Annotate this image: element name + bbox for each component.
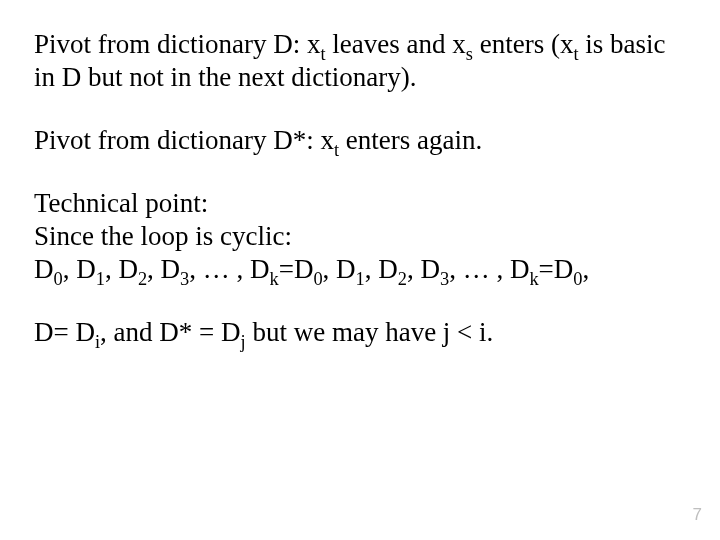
- text: ,: [583, 254, 590, 284]
- text: , D: [147, 254, 180, 284]
- subscript: 2: [398, 269, 407, 289]
- text: , D: [63, 254, 96, 284]
- subscript: 1: [96, 269, 105, 289]
- paragraph-pivot-d: Pivot from dictionary D: xt leaves and x…: [34, 28, 686, 94]
- text: =D: [539, 254, 574, 284]
- slide-body: Pivot from dictionary D: xt leaves and x…: [0, 0, 720, 540]
- subscript-j: j: [241, 332, 246, 352]
- page-number: 7: [693, 505, 702, 526]
- subscript-t: t: [334, 140, 339, 160]
- text: , … , D: [449, 254, 529, 284]
- subscript: k: [529, 269, 538, 289]
- paragraph-d-di: D= Di, and D* = Dj but we may have j < i…: [34, 316, 686, 349]
- subscript-i: i: [95, 332, 100, 352]
- text: D= D: [34, 317, 95, 347]
- text: , … , D: [189, 254, 269, 284]
- text: , D: [407, 254, 440, 284]
- subscript: 2: [138, 269, 147, 289]
- subscript: 0: [573, 269, 582, 289]
- subscript: k: [270, 269, 279, 289]
- text: , D: [105, 254, 138, 284]
- text: Pivot from dictionary D*: x: [34, 125, 334, 155]
- text: , and D* = D: [100, 317, 240, 347]
- subscript: 0: [313, 269, 322, 289]
- text: D: [34, 254, 54, 284]
- text: leaves and x: [326, 29, 466, 59]
- text: enters again.: [339, 125, 482, 155]
- subscript: 0: [54, 269, 63, 289]
- subscript: 3: [180, 269, 189, 289]
- subscript: 3: [440, 269, 449, 289]
- subscript-t: t: [573, 44, 578, 64]
- text: =D: [279, 254, 314, 284]
- text: but we may have j < i.: [246, 317, 494, 347]
- text: Since the loop is cyclic:: [34, 221, 292, 251]
- text: Pivot from dictionary D: x: [34, 29, 320, 59]
- subscript-s: s: [466, 44, 473, 64]
- subscript-t: t: [320, 44, 325, 64]
- text: enters (x: [473, 29, 573, 59]
- text: , D: [323, 254, 356, 284]
- paragraph-pivot-dstar: Pivot from dictionary D*: xt enters agai…: [34, 124, 686, 157]
- text: Technical point:: [34, 188, 208, 218]
- text: , D: [365, 254, 398, 284]
- subscript: 1: [356, 269, 365, 289]
- paragraph-technical: Technical point: Since the loop is cycli…: [34, 187, 686, 286]
